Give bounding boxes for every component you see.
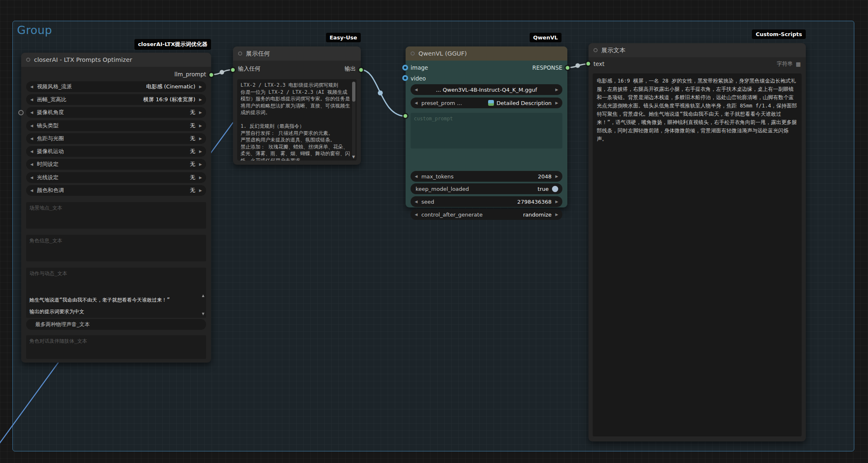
control-after-generate-widget[interactable]: ◀ control_after_generate randomize ▶ — [411, 209, 562, 220]
node-show-text[interactable]: Custom-Scripts 展示文本 text 字符串 ▦ 电影感，16:9 … — [588, 43, 806, 441]
combo-left-arrow-icon[interactable]: ◀ — [415, 88, 418, 92]
text-input-dot[interactable] — [586, 61, 591, 66]
widget-color-tone[interactable]: ◀ 颜色和色调 无 ▶ — [26, 185, 206, 196]
seed-widget[interactable]: ◀ seed 2798436368 ▶ — [411, 196, 562, 207]
widget-label: max_tokens — [421, 173, 454, 180]
combo-left-arrow-icon[interactable]: ◀ — [30, 137, 33, 141]
widget-value: 2048 — [538, 173, 552, 180]
output-label-response: RESPONSE — [532, 64, 562, 71]
widget-video-style[interactable]: ◀ 视频风格_流派 电影感 (Cinematic) ▶ — [26, 81, 206, 92]
toggle-knob[interactable] — [552, 186, 558, 192]
input-label: 输入任何 — [238, 65, 260, 73]
combo-right-arrow-icon[interactable]: ▶ — [199, 137, 202, 141]
any-input-dot[interactable] — [230, 67, 236, 73]
widget-camera-motion[interactable]: ◀ 摄像机运动 无 ▶ — [26, 146, 206, 157]
combo-label: 摄像机运动 — [37, 148, 64, 155]
combo-right-arrow-icon[interactable]: ▶ — [199, 98, 202, 102]
video-input-dot[interactable] — [402, 75, 408, 81]
node-title-bar[interactable]: closerAI - LTX Prompts Optimizer — [21, 53, 211, 67]
node-title: 展示文本 — [601, 46, 625, 54]
combo-left-arrow-icon[interactable]: ◀ — [415, 200, 418, 204]
widget-value: 2798436368 — [517, 199, 552, 205]
combo-left-arrow-icon[interactable]: ◀ — [415, 101, 418, 105]
combo-left-arrow-icon[interactable]: ◀ — [30, 111, 33, 115]
combo-right-arrow-icon[interactable]: ▶ — [199, 189, 202, 193]
keep-model-loaded-toggle[interactable]: keep_model_loaded true — [411, 183, 562, 194]
image-input-dot[interactable] — [402, 65, 408, 71]
combo-right-arrow-icon[interactable]: ▶ — [199, 124, 202, 128]
grid-icon[interactable]: ▦ — [796, 61, 801, 67]
scrollbar[interactable] — [352, 81, 355, 158]
node-title: QwenVL (GGUF) — [418, 50, 467, 57]
collapse-dot-icon[interactable] — [26, 58, 30, 62]
collapse-dot-icon[interactable] — [593, 48, 598, 52]
combo-right-arrow-icon[interactable]: ▶ — [555, 175, 558, 178]
node-title-bar[interactable]: 展示任何 — [233, 46, 361, 61]
combo-left-arrow-icon[interactable]: ◀ — [30, 124, 33, 128]
group-title: Group — [13, 21, 854, 39]
combo-value: 横屏 16:9 (标准宽屏) — [143, 96, 195, 103]
any-content-view[interactable]: LTX-2 / LTX-2.3 电影级提示词撰写规则 你是一位为 LTX-2 /… — [237, 79, 357, 161]
preset-value-wrap: Detailed Description — [488, 100, 552, 106]
node-title-bar[interactable]: QwenVL (GGUF) — [406, 46, 567, 61]
node-show-any[interactable]: Easy-Use 展示任何 输入任何 输出 LTX-2 / LTX-2.3 电影… — [233, 46, 361, 165]
combo-right-arrow-icon[interactable]: ▶ — [199, 163, 202, 166]
preset-combo[interactable]: ◀ preset_prom ... Detailed Description ▶ — [411, 97, 562, 108]
widget-time-setting[interactable]: ◀ 时间设定 无 ▶ — [26, 159, 206, 170]
widget-aspect-ratio[interactable]: ◀ 画幅_宽高比 横屏 16:9 (标准宽屏) ▶ — [26, 94, 206, 105]
combo-left-arrow-icon[interactable]: ◀ — [30, 176, 33, 180]
physical-audio-placeholder: 最多两种物理声音_文本 — [35, 321, 90, 328]
model-combo[interactable]: ◀ ... Qwen3VL-4B-Instruct-Q4_K_M.gguf ▶ — [411, 84, 562, 95]
io-row: video — [411, 73, 562, 84]
scrollbar-thumb[interactable] — [352, 82, 355, 102]
combo-right-arrow-icon[interactable]: ▶ — [555, 213, 558, 217]
combo-left-arrow-icon[interactable]: ◀ — [30, 163, 33, 166]
combo-left-arrow-icon[interactable]: ◀ — [30, 189, 33, 193]
motion-dynamics-textarea[interactable] — [26, 268, 206, 294]
scroll-down-icon[interactable]: ▼ — [202, 312, 204, 316]
prompt-input-dot[interactable] — [403, 113, 408, 119]
combo-right-arrow-icon[interactable]: ▶ — [199, 150, 202, 154]
node-title-bar[interactable]: 展示文本 — [588, 43, 806, 57]
physical-audio-input[interactable]: 最多两种物理声音_文本 — [26, 319, 206, 330]
combo-right-arrow-icon[interactable]: ▶ — [555, 200, 558, 204]
collapse-dot-icon[interactable] — [238, 51, 242, 56]
combo-right-arrow-icon[interactable]: ▶ — [555, 101, 558, 105]
output-label: llm_prompt — [175, 71, 207, 78]
combo-left-arrow-icon[interactable]: ◀ — [415, 175, 418, 178]
llm-prompt-output-dot[interactable] — [209, 72, 214, 78]
text-content-view[interactable]: 电影感，16:9 横屏，一名 28 岁的女性，黑发带粉紫挑染，身穿黑色镶金边长袍… — [593, 73, 802, 436]
node-title: 展示任何 — [246, 50, 270, 58]
combo-label: 镜头类型 — [37, 122, 58, 129]
node-optimizer[interactable]: closerAI-LTX提示词优化器 closerAI - LTX Prompt… — [21, 53, 211, 363]
combo-right-arrow-icon[interactable]: ▶ — [199, 111, 202, 115]
collapse-dot-icon[interactable] — [411, 51, 415, 56]
scene-location-textarea[interactable] — [26, 202, 206, 229]
character-info-textarea[interactable] — [26, 235, 206, 261]
widget-lens-type[interactable]: ◀ 镜头类型 无 ▶ — [26, 120, 206, 131]
combo-right-arrow-icon[interactable]: ▶ — [199, 85, 202, 89]
node-badge: Easy-Use — [326, 33, 361, 42]
dialog-textarea[interactable] — [26, 335, 206, 359]
extra-requirements-textarea[interactable]: 她生气地说道“我命由我不由天，老子就想看看今天谁敢过来！” 输出的提示词要求为中… — [26, 292, 206, 318]
combo-label: 时间设定 — [37, 161, 58, 168]
combo-right-arrow-icon[interactable]: ▶ — [555, 88, 558, 92]
optional-input-dot[interactable] — [18, 110, 24, 115]
scroll-up-icon[interactable]: ▲ — [202, 294, 204, 297]
custom-prompt-textarea[interactable] — [411, 113, 562, 149]
combo-label: 画幅_宽高比 — [37, 96, 67, 103]
response-output-dot[interactable] — [565, 65, 570, 71]
combo-right-arrow-icon[interactable]: ▶ — [199, 176, 202, 180]
widget-camera-angle[interactable]: ◀ 摄像机角度 无 ▶ — [26, 107, 206, 118]
widget-lighting[interactable]: ◀ 光线设定 无 ▶ — [26, 172, 206, 183]
combo-left-arrow-icon[interactable]: ◀ — [415, 213, 418, 217]
combo-left-arrow-icon[interactable]: ◀ — [30, 150, 33, 154]
combo-left-arrow-icon[interactable]: ◀ — [30, 85, 33, 89]
widget-focal-aperture[interactable]: ◀ 焦距与光圈 无 ▶ — [26, 133, 206, 144]
max-tokens-widget[interactable]: ◀ max_tokens 2048 ▶ — [411, 171, 562, 182]
any-output-dot[interactable] — [358, 67, 364, 73]
combo-left-arrow-icon[interactable]: ◀ — [30, 98, 33, 102]
node-badge: Custom-Scripts — [752, 29, 806, 39]
scroll-down-icon[interactable]: ▼ — [352, 155, 355, 159]
node-qwenvl[interactable]: QwenVL QwenVL (GGUF) image RESPONSE vide… — [406, 46, 567, 207]
